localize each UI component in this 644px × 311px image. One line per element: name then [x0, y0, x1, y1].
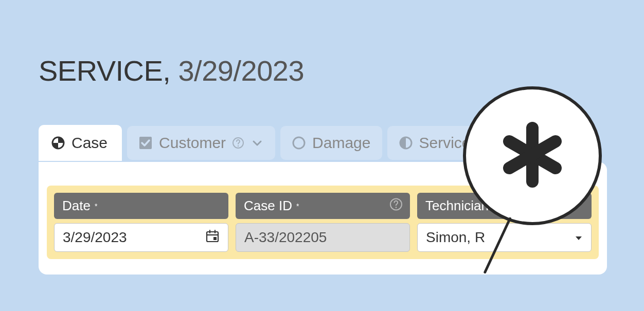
field-case-id-label-text: Case ID — [244, 198, 292, 214]
tab-case[interactable]: Case — [39, 125, 122, 161]
field-technician-label: Technician * — [417, 193, 592, 219]
tab-customer[interactable]: Customer — [127, 126, 275, 160]
field-date: Date * 3/29/2023 — [54, 193, 228, 252]
technician-select-value: Simon, R — [426, 229, 485, 246]
field-date-label: Date * — [54, 193, 228, 219]
form-row: Date * 3/29/2023 Case ID — [47, 186, 599, 259]
tab-damage[interactable]: Damage — [280, 126, 382, 160]
tabs-row: Case Customer Damag — [39, 125, 482, 161]
page-title-date: 3/29/2023 — [178, 54, 304, 87]
tab-customer-label: Customer — [159, 134, 226, 152]
help-circle-icon — [232, 137, 244, 149]
form-panel: Date * 3/29/2023 Case ID — [39, 162, 607, 275]
calendar-icon — [205, 229, 220, 247]
tab-service[interactable]: Service — [387, 126, 482, 160]
pie-three-quarter-icon — [51, 136, 65, 150]
field-technician: Technician * Simon, R — [417, 193, 592, 252]
circle-empty-icon — [292, 136, 306, 150]
svg-point-12 — [396, 207, 397, 208]
date-input[interactable]: 3/29/2023 — [54, 223, 228, 252]
svg-rect-10 — [213, 237, 217, 240]
page-title-prefix: SERVICE, — [39, 54, 170, 87]
tab-case-label: Case — [71, 134, 108, 152]
case-id-input-value: A-33/202205 — [244, 229, 327, 246]
required-asterisk-icon: * — [493, 203, 495, 210]
required-asterisk-icon: * — [296, 203, 299, 210]
circle-half-icon — [399, 136, 413, 150]
svg-point-4 — [293, 137, 305, 149]
page-title: SERVICE, 3/29/2023 — [39, 54, 304, 87]
field-case-id: Case ID * A-33/202205 — [236, 193, 410, 252]
required-asterisk-icon: * — [95, 203, 97, 210]
tab-damage-label: Damage — [312, 134, 370, 152]
svg-point-3 — [238, 145, 239, 147]
caret-down-icon — [575, 229, 583, 246]
case-id-input: A-33/202205 — [236, 223, 410, 252]
chevron-down-icon — [251, 136, 264, 150]
field-case-id-label: Case ID * — [236, 193, 410, 219]
field-date-label-text: Date — [62, 198, 91, 214]
technician-select[interactable]: Simon, R — [417, 223, 592, 252]
date-input-value: 3/29/2023 — [63, 229, 127, 246]
help-circle-icon[interactable] — [389, 197, 403, 214]
svg-rect-6 — [207, 232, 218, 242]
tab-service-label: Service — [419, 134, 471, 152]
field-technician-label-text: Technician — [425, 198, 489, 214]
checkbox-checked-icon — [138, 136, 153, 150]
